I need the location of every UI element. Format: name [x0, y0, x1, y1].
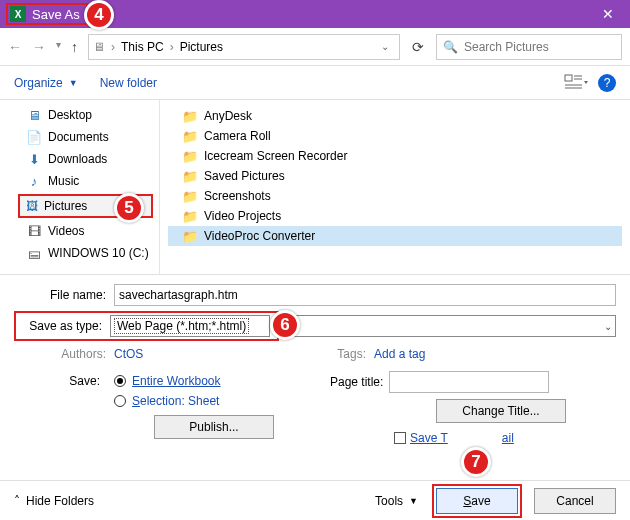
- window-title: Save As: [32, 7, 80, 22]
- search-placeholder: Search Pictures: [464, 40, 549, 54]
- tools-button[interactable]: Tools ▼: [375, 494, 418, 508]
- callout-7: 7: [461, 447, 491, 477]
- save-thumbnail-label-right[interactable]: ail: [502, 431, 514, 445]
- authors-label: Authors:: [14, 347, 114, 361]
- list-item[interactable]: 📁Video Projects: [168, 206, 622, 226]
- folder-icon: 📁: [182, 129, 198, 144]
- pictures-icon: 🖼: [26, 199, 38, 213]
- nav-tree: 🖥Desktop 📄Documents ⬇Downloads ♪Music 🖼P…: [0, 100, 160, 274]
- form-area: File name: Save as type: Web Page (*.htm…: [0, 274, 630, 520]
- organize-button[interactable]: Organize: [14, 76, 63, 90]
- chevron-down-icon: ▼: [409, 496, 418, 506]
- search-icon: 🔍: [443, 40, 458, 54]
- page-title-input[interactable]: [389, 371, 549, 393]
- list-item[interactable]: 📁Icecream Screen Recorder: [168, 146, 622, 166]
- cancel-button[interactable]: Cancel: [534, 488, 616, 514]
- tree-item-documents[interactable]: 📄Documents: [0, 126, 159, 148]
- page-title-label: Page title:: [330, 375, 383, 389]
- chevron-down-icon[interactable]: ⌄: [604, 321, 612, 332]
- title-highlight: X Save As: [6, 3, 88, 25]
- forward-icon: →: [32, 39, 46, 55]
- change-title-button[interactable]: Change Title...: [436, 399, 566, 423]
- help-icon[interactable]: ?: [598, 74, 616, 92]
- callout-5: 5: [114, 193, 144, 223]
- save-highlight: Save: [432, 484, 522, 518]
- callout-6: 6: [270, 310, 300, 340]
- chevron-down-icon[interactable]: ▼: [69, 78, 78, 88]
- tree-item-music[interactable]: ♪Music: [0, 170, 159, 192]
- back-icon[interactable]: ←: [8, 39, 22, 55]
- folder-icon: 📁: [182, 109, 198, 124]
- chevron-up-icon: ˄: [14, 494, 20, 508]
- filename-input[interactable]: [114, 284, 616, 306]
- save-type-combo-ext[interactable]: ⌄: [279, 315, 616, 337]
- radio-selection-sheet[interactable]: [114, 395, 126, 407]
- up-icon[interactable]: ↑: [71, 39, 78, 55]
- save-label: Save:: [14, 374, 100, 388]
- excel-icon: X: [10, 6, 26, 22]
- main-area: 🖥Desktop 📄Documents ⬇Downloads ♪Music 🖼P…: [0, 100, 630, 274]
- publish-button[interactable]: Publish...: [154, 415, 274, 439]
- save-button[interactable]: Save: [436, 488, 518, 514]
- svg-rect-0: [565, 75, 572, 81]
- pc-icon: 🖥: [93, 40, 105, 54]
- folder-icon: 📁: [182, 209, 198, 224]
- tags-label: Tags:: [314, 347, 374, 361]
- toolbar: Organize ▼ New folder ?: [0, 66, 630, 100]
- desktop-icon: 🖥: [26, 108, 42, 123]
- callout-4: 4: [84, 0, 114, 30]
- refresh-icon[interactable]: ⟳: [406, 39, 430, 55]
- save-type-highlight: Save as type: Web Page (*.htm;*.html): [14, 311, 279, 341]
- hide-folders-button[interactable]: ˄ Hide Folders: [14, 494, 94, 508]
- save-type-value: Web Page (*.htm;*.html): [114, 318, 249, 334]
- chevron-right-icon[interactable]: ›: [111, 40, 115, 54]
- document-icon: 📄: [26, 130, 42, 145]
- folder-icon: 📁: [182, 149, 198, 164]
- address-bar: ← → ▾ ↑ 🖥 › This PC › Pictures ⌄ ⟳ 🔍 Sea…: [0, 28, 630, 66]
- list-item[interactable]: 📁Saved Pictures: [168, 166, 622, 186]
- view-options-icon[interactable]: [564, 73, 588, 93]
- recent-dropdown-icon[interactable]: ▾: [56, 39, 61, 55]
- list-item[interactable]: 📁VideoProc Converter: [168, 226, 622, 246]
- tree-item-videos[interactable]: 🎞Videos: [0, 220, 159, 242]
- chevron-right-icon[interactable]: ›: [170, 40, 174, 54]
- tree-item-desktop[interactable]: 🖥Desktop: [0, 104, 159, 126]
- folder-icon: 📁: [182, 229, 198, 244]
- bottom-bar: ˄ Hide Folders Tools ▼ Save Cancel: [0, 480, 630, 520]
- radio-entire-workbook-label[interactable]: Entire Workbook: [132, 374, 220, 388]
- breadcrumb[interactable]: 🖥 › This PC › Pictures ⌄: [88, 34, 400, 60]
- video-icon: 🎞: [26, 224, 42, 239]
- tree-item-downloads[interactable]: ⬇Downloads: [0, 148, 159, 170]
- tags-value[interactable]: Add a tag: [374, 347, 425, 361]
- folder-icon: 📁: [182, 169, 198, 184]
- list-item[interactable]: 📁AnyDesk: [168, 106, 622, 126]
- tree-item-drive[interactable]: 🖴WINDOWS 10 (C:): [0, 242, 159, 264]
- svg-marker-5: [584, 81, 588, 84]
- breadcrumb-current[interactable]: Pictures: [180, 40, 223, 54]
- save-type-label: Save as type:: [18, 319, 110, 333]
- search-input[interactable]: 🔍 Search Pictures: [436, 34, 622, 60]
- save-thumbnail-checkbox[interactable]: [394, 432, 406, 444]
- breadcrumb-root[interactable]: This PC: [121, 40, 164, 54]
- save-thumbnail-label-left[interactable]: Save T: [410, 431, 448, 445]
- authors-value[interactable]: CtOS: [114, 347, 143, 361]
- chevron-down-icon[interactable]: ⌄: [375, 41, 395, 52]
- music-icon: ♪: [26, 174, 42, 189]
- radio-entire-workbook[interactable]: [114, 375, 126, 387]
- folder-icon: 📁: [182, 189, 198, 204]
- filename-label: File name:: [14, 288, 114, 302]
- close-icon[interactable]: ✕: [586, 0, 630, 28]
- drive-icon: 🖴: [26, 246, 42, 261]
- download-icon: ⬇: [26, 152, 42, 167]
- save-type-combo[interactable]: Web Page (*.htm;*.html): [110, 315, 270, 337]
- file-list: 📁AnyDesk 📁Camera Roll 📁Icecream Screen R…: [160, 100, 630, 274]
- list-item[interactable]: 📁Camera Roll: [168, 126, 622, 146]
- radio-selection-sheet-label[interactable]: SSelection: Sheetelection: Sheet: [132, 394, 219, 408]
- list-item[interactable]: 📁Screenshots: [168, 186, 622, 206]
- new-folder-button[interactable]: New folder: [100, 76, 157, 90]
